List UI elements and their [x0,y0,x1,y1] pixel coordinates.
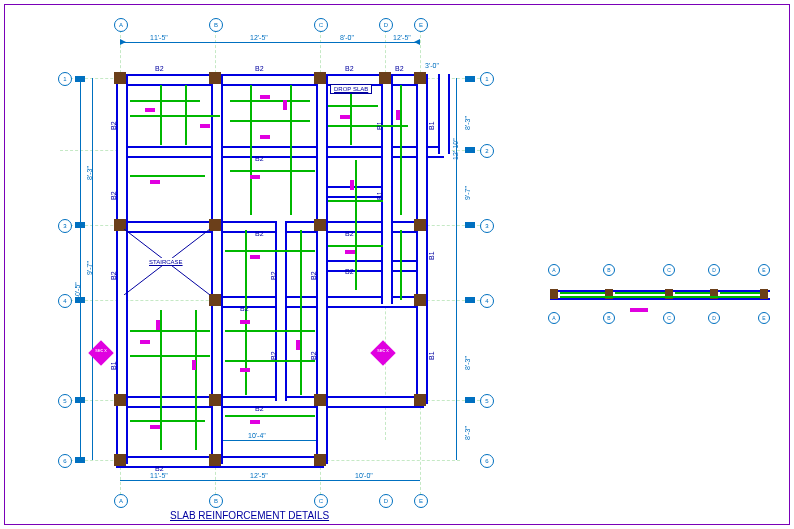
beam-label: B2 [155,65,164,72]
grid-col-C-top: C [314,18,328,32]
rebar [328,125,408,127]
rebar [160,85,162,145]
drawing-canvas: A B C D E A B C D E 1 3 4 5 6 1 2 3 4 5 … [0,0,794,529]
rebar [130,100,200,102]
dim-left-total-text: 40'-5" [74,282,81,300]
beam-label: B2 [345,65,354,72]
dim-arrow [120,39,126,45]
grid-col-A-bot: A [114,494,128,508]
rebar-tag [240,320,250,324]
dim-r12: 8'-3" [464,116,471,130]
staircase-label: STAIRCASE [146,258,186,266]
rebar [130,355,210,357]
beam-label: B2 [110,121,117,130]
rebar-tag [250,420,260,424]
beam-label: B1 [376,121,383,130]
beam-label: B2 [395,65,404,72]
dim-mid [215,440,320,441]
drop-slab-label: DROP SLAB [330,84,372,94]
grid-row-3-r: 3 [480,219,494,233]
column [114,72,126,84]
beam-D [381,74,393,304]
rebar-tag [345,250,355,254]
dim-r23: 9'-7" [464,186,471,200]
grid-col-B-top: B [209,18,223,32]
column [114,454,126,466]
section-rebar [560,296,760,298]
beam-label: B2 [310,271,317,280]
beam-label: B2 [110,271,117,280]
rebar [290,85,292,215]
column [114,394,126,406]
rebar-tag [396,110,400,120]
rebar-tag [260,135,270,139]
beam-E [416,74,428,404]
rebar-tag [350,180,354,190]
grid-col-A-top: A [114,18,128,32]
rebar [195,310,197,450]
column [414,394,426,406]
column [314,219,326,231]
beam-label: B2 [345,268,354,275]
grid-row-4-l: 4 [58,294,72,308]
drawing-title: SLAB REINFORCEMENT DETAILS [170,510,329,521]
column [414,294,426,306]
beam-ext [438,74,450,154]
rebar [230,170,315,172]
rebar [328,105,378,107]
rebar-tag [250,175,260,179]
beam-label: B2 [255,65,264,72]
section-grid-B: B [603,264,615,276]
beam-label: B2 [255,155,264,162]
grid-col-D-bot: D [379,494,393,508]
flag [465,76,475,82]
section-grid-A-b: A [548,312,560,324]
rebar [230,100,310,102]
rebar-tag [240,368,250,372]
column [209,219,221,231]
grid-row-3-l: 3 [58,219,72,233]
rebar [130,115,220,117]
rebar [130,420,205,422]
section-col [550,289,558,299]
flag [465,222,475,228]
section-grid-E-b: E [758,312,770,324]
section-grid-A: A [548,264,560,276]
grid-col-C-bot: C [314,494,328,508]
section-grid-C: C [663,264,675,276]
column [209,72,221,84]
section-rebar [675,292,710,294]
column [314,394,326,406]
rebar [400,85,402,215]
column [209,394,221,406]
dim-right-ext: 3'-0" [425,62,439,69]
rebar-tag [283,100,287,110]
rebar [230,120,310,122]
section-marker-right: sec x [370,340,396,366]
grid-col-E-bot: E [414,494,428,508]
rebar-tag [200,124,210,128]
dim-mid-text: 10'-4" [248,432,266,439]
section-view: A B C D E A B C D E [550,278,770,318]
beam-5 [116,396,424,408]
dim-top [120,42,420,43]
beam-label: B2 [255,230,264,237]
section-rebar [720,292,760,294]
rebar-tag [296,340,300,350]
column [379,72,391,84]
rebar-tag [150,425,160,429]
grid-row-6-r: 6 [480,454,494,468]
beam-label: B2 [270,351,277,360]
column [209,294,221,306]
grid-row-1-l: 1 [58,72,72,86]
dim-r56: 8'-3" [464,426,471,440]
rebar-tag [250,255,260,259]
rebar-tag [340,115,350,119]
dim-CD-top: 8'-0" [340,34,354,41]
column [414,72,426,84]
rebar [160,310,162,450]
dim-bot [120,480,420,481]
rebar [250,85,252,215]
column [209,454,221,466]
dim-AB-top: 11'-5" [150,34,168,41]
